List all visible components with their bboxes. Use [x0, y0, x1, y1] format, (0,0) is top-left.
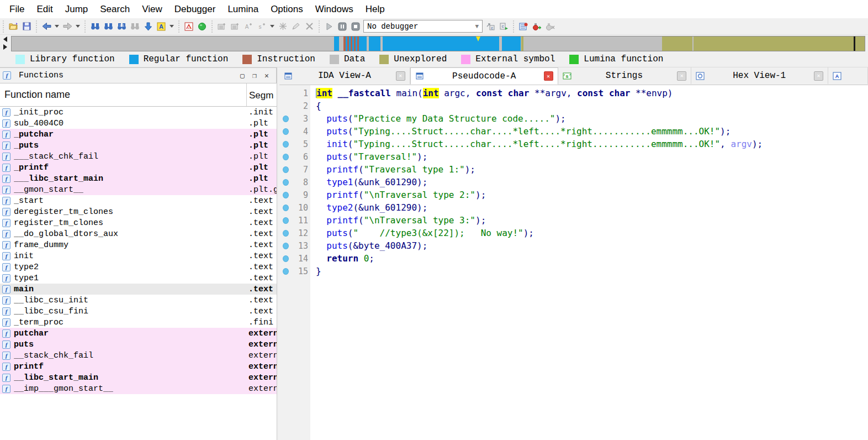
column-header-function-name[interactable]: Function name — [4, 89, 70, 101]
open-file-button[interactable] — [7, 20, 19, 33]
restore-button[interactable]: ❐ — [248, 70, 261, 81]
breakpoint-dot-icon[interactable] — [283, 166, 289, 173]
search-value-button[interactable]: 101 — [115, 20, 128, 33]
close-icon[interactable]: ✕ — [814, 71, 823, 81]
function-row[interactable]: ftype1.text — [0, 273, 277, 284]
function-row[interactable]: fregister_tm_clones.text — [0, 217, 277, 228]
close-button[interactable]: ✕ — [261, 70, 273, 81]
breakpoint-dot-icon[interactable] — [283, 217, 289, 224]
menu-item-jump[interactable]: Jump — [59, 2, 94, 17]
breakpoint-margin[interactable] — [279, 141, 292, 148]
menu-item-edit[interactable]: Edit — [30, 2, 59, 17]
edit-function-button[interactable] — [290, 20, 302, 33]
function-row[interactable]: f___stack_chk_fail.plt — [0, 151, 277, 162]
make-array-button[interactable] — [277, 20, 289, 33]
menu-item-debugger[interactable]: Debugger — [168, 2, 222, 17]
menu-item-help[interactable]: Help — [359, 2, 391, 17]
toolbar-drag-handle[interactable] — [2, 20, 5, 33]
toolbar-drag-handle[interactable] — [512, 20, 515, 33]
function-row[interactable]: f_term_proc.fini — [0, 317, 277, 328]
breakpoint-margin[interactable] — [279, 255, 292, 262]
breakpoint-dot-icon[interactable] — [283, 243, 289, 249]
breakpoint-dot-icon[interactable] — [283, 255, 289, 262]
toolbar-drag-handle[interactable] — [317, 20, 321, 33]
breakpoint-dot-icon[interactable] — [283, 116, 289, 122]
toolbar-drag-handle[interactable] — [177, 20, 181, 33]
band-scroll-right-icon[interactable] — [3, 44, 7, 50]
jump-address-button[interactable] — [142, 20, 154, 33]
tab-strings[interactable]: ‘s’Strings✕ — [558, 67, 692, 84]
names-dropdown[interactable] — [170, 25, 174, 28]
tab-pseudocode-a[interactable]: Pseudocode-A✕ — [410, 67, 558, 85]
function-row[interactable]: finit.text — [0, 250, 277, 261]
function-row[interactable]: fputsextern — [0, 339, 277, 350]
add-breakpoint-button[interactable] — [531, 20, 543, 33]
make-struct-dropdown[interactable] — [270, 25, 274, 28]
breakpoint-dot-icon[interactable] — [283, 179, 289, 186]
undefine-button[interactable] — [303, 20, 315, 33]
function-row[interactable]: fderegister_tm_clones.text — [0, 206, 277, 217]
band-scroll-left-icon[interactable] — [3, 36, 7, 42]
function-row[interactable]: f__do_global_dtors_aux.text — [0, 228, 277, 239]
function-row[interactable]: fmain.text — [0, 284, 277, 295]
function-row[interactable]: fputcharextern — [0, 328, 277, 339]
search-again-button[interactable] — [129, 20, 141, 33]
run-to-cursor-button[interactable]: c — [497, 20, 510, 33]
toolbar-drag-handle[interactable] — [83, 20, 87, 33]
menu-item-search[interactable]: Search — [94, 2, 136, 17]
menu-item-options[interactable]: Options — [264, 2, 309, 17]
tab-ida-view-a[interactable]: IDA View-A✕ — [279, 67, 410, 84]
menu-item-windows[interactable]: Windows — [309, 2, 359, 17]
delete-breakpoint-button[interactable] — [544, 20, 556, 33]
toolbar-drag-handle[interactable] — [35, 20, 38, 33]
breakpoint-dot-icon[interactable] — [283, 141, 289, 148]
function-row[interactable]: f_printf.plt — [0, 162, 277, 173]
breakpoint-margin[interactable] — [279, 192, 292, 198]
make-code-button[interactable] — [216, 20, 228, 33]
breakpoint-dot-icon[interactable] — [283, 192, 289, 198]
problems-button[interactable]: A — [183, 20, 195, 33]
function-row[interactable]: f__stack_chk_failextern — [0, 350, 277, 361]
breakpoint-margin[interactable] — [279, 128, 292, 135]
toolbar-drag-handle[interactable] — [210, 20, 214, 33]
menu-item-view[interactable]: View — [136, 2, 168, 17]
function-row[interactable]: f__imp___gmon_start__extern — [0, 383, 277, 394]
make-data-button[interactable] — [229, 20, 241, 33]
close-icon[interactable]: ✕ — [677, 71, 686, 81]
make-name-button[interactable]: A — [242, 20, 255, 33]
breakpoint-margin[interactable] — [279, 116, 292, 122]
menu-item-lumina[interactable]: Lumina — [221, 2, 264, 17]
breakpoint-dot-icon[interactable] — [283, 128, 289, 135]
maximize-button[interactable]: ▢ — [236, 70, 248, 81]
names-window-button[interactable]: A — [155, 20, 167, 33]
column-divider[interactable] — [246, 83, 247, 106]
breakpoint-margin[interactable] — [279, 205, 292, 211]
close-icon[interactable]: ✕ — [544, 71, 553, 81]
tab-a-view[interactable]: A — [828, 67, 868, 84]
navigation-band[interactable] — [11, 36, 865, 51]
navigate-forward-button[interactable] — [61, 20, 73, 33]
function-row[interactable]: f__gmon_start__.plt.g — [0, 184, 277, 195]
menu-item-file[interactable]: File — [3, 2, 30, 17]
function-row[interactable]: f__libc_csu_fini.text — [0, 306, 277, 317]
debugger-select[interactable]: No debugger ▼ — [363, 20, 483, 33]
function-row[interactable]: fprintfextern — [0, 361, 277, 372]
breakpoint-margin[interactable] — [279, 230, 292, 237]
navigate-back-button[interactable] — [40, 20, 52, 33]
function-row[interactable]: fframe_dummy.text — [0, 239, 277, 250]
function-row[interactable]: f_puts.plt — [0, 140, 277, 151]
breakpoint-dot-icon[interactable] — [283, 230, 289, 237]
breakpoint-margin[interactable] — [279, 243, 292, 249]
back-history-dropdown[interactable] — [55, 25, 59, 28]
breakpoint-list-button[interactable] — [517, 20, 530, 33]
search-binary-button[interactable] — [89, 20, 101, 33]
debugger-start-button[interactable] — [323, 20, 335, 33]
function-row[interactable]: ftype2.text — [0, 261, 277, 273]
function-row[interactable]: f__libc_csu_init.text — [0, 295, 277, 306]
breakpoint-dot-icon[interactable] — [283, 154, 289, 160]
function-row[interactable]: f_start.text — [0, 195, 277, 206]
breakpoint-margin[interactable] — [279, 268, 292, 275]
band-scroll-arrows[interactable] — [3, 36, 10, 50]
breakpoint-margin[interactable] — [279, 217, 292, 224]
attach-process-button[interactable]: c — [484, 20, 496, 33]
